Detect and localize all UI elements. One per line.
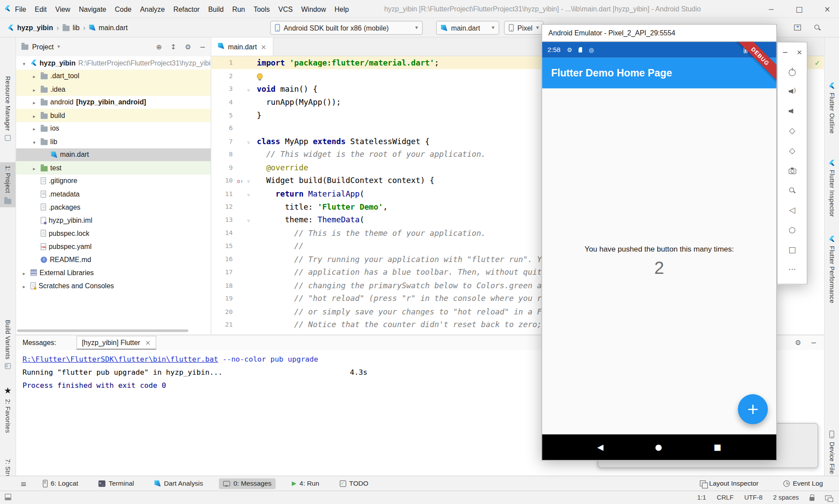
stripe-item-build-variants[interactable]: Build Variants <box>0 317 16 373</box>
project-panel-title[interactable]: Project <box>32 43 54 51</box>
collapsed-arrow-icon[interactable]: ▸ <box>31 85 38 93</box>
toolwindow-button-event-log[interactable]: Event Log <box>779 478 827 489</box>
console-link[interactable]: R:\Flutter\FlutterSDK\flutter\bin\flutte… <box>22 355 218 363</box>
toolwindow-button-layout-inspector[interactable]: Layout Inspector <box>696 478 763 489</box>
tree-item-build[interactable]: ▸build <box>16 109 211 122</box>
emulator-button-back[interactable]: ◁ <box>777 200 807 220</box>
menu-item-file[interactable]: File <box>10 5 30 13</box>
emulator-screen[interactable]: 2:58 ⚙◎ Flutter Demo Home Page You have … <box>541 42 777 461</box>
emulator-button-rotate-right[interactable]: ◇ <box>777 141 807 161</box>
screens-icon[interactable] <box>825 495 832 500</box>
fold-icon[interactable]: ▿ <box>247 219 250 224</box>
tree-item-dart-tool[interactable]: ▸.dart_tool <box>16 69 211 83</box>
emulator-button-volume-down[interactable] <box>777 101 807 121</box>
nav-overview-icon[interactable]: ■ <box>714 443 721 451</box>
fab-button[interactable]: + <box>738 394 768 425</box>
status-2-spaces[interactable]: 2 spaces <box>773 494 799 501</box>
menu-item-refactor[interactable]: Refactor <box>169 5 204 13</box>
emulator-button-volume-up[interactable] <box>777 81 807 101</box>
attach-icon[interactable] <box>794 24 801 30</box>
toolwindow-button-dart-analysis[interactable]: Dart Analysis <box>150 478 207 489</box>
tree-item-idea[interactable]: ▸.idea <box>16 83 211 96</box>
tree-item-pubspec-yaml[interactable]: pubspec.yaml <box>16 240 211 253</box>
tree-item-pubspec-lock[interactable]: pubspec.lock <box>16 227 211 240</box>
stripe-item-2-favorites[interactable]: ★2: Favorites <box>0 383 16 436</box>
menu-item-view[interactable]: View <box>51 5 75 13</box>
status-crlf[interactable]: CRLF <box>717 494 733 501</box>
minimize-icon[interactable]: − <box>811 339 816 346</box>
close-icon[interactable]: × <box>797 48 802 55</box>
status-utf-8[interactable]: UTF-8 <box>744 494 763 501</box>
gear-icon[interactable]: ⚙ <box>795 339 801 346</box>
tree-item-lib[interactable]: ▾lib <box>16 135 211 148</box>
close-icon[interactable]: × <box>261 43 267 50</box>
fold-icon[interactable]: ▿ <box>247 180 250 184</box>
emulator-button-more[interactable]: ··· <box>777 260 807 280</box>
collapsed-arrow-icon[interactable]: ▸ <box>31 164 38 172</box>
tree-item-test[interactable]: ▸test <box>16 161 211 174</box>
horizontal-scrollbar[interactable] <box>17 329 188 332</box>
tree-item-scratches-and-consoles[interactable]: ▸Scratches and Consoles <box>16 280 211 293</box>
emulator-title-bar[interactable]: Android Emulator - Pixel_2_API_29:5554 <box>541 24 777 41</box>
device-selector[interactable]: Android SDK built for x86 (mobile)▾ <box>270 21 423 35</box>
minimize-icon[interactable]: − <box>768 5 774 13</box>
inspection-status[interactable]: ✓ <box>815 59 820 67</box>
collapsed-arrow-icon[interactable]: ▸ <box>31 98 38 106</box>
nav-home-icon[interactable]: ● <box>655 443 662 451</box>
collapsed-arrow-icon[interactable]: ▸ <box>21 282 28 290</box>
tree-item-main-dart[interactable]: main.dart <box>16 148 211 161</box>
menu-item-run[interactable]: Run <box>228 5 250 13</box>
menu-item-edit[interactable]: Edit <box>31 5 51 13</box>
expanded-arrow-icon[interactable]: ▾ <box>21 59 28 67</box>
stripe-item-flutter-performance[interactable]: Flutter Performance <box>825 232 839 307</box>
close-icon[interactable]: × <box>824 5 830 13</box>
gear-icon[interactable]: ⚙ <box>185 43 191 50</box>
collapsed-arrow-icon[interactable]: ▸ <box>21 269 28 276</box>
emulator-button-overview[interactable]: □ <box>777 240 807 259</box>
expanded-arrow-icon[interactable]: ▾ <box>31 138 38 145</box>
menu-item-analyze[interactable]: Analyze <box>136 5 169 13</box>
toolwindow-button-todo[interactable]: TODO <box>335 478 373 489</box>
status-1-1[interactable]: 1:1 <box>697 494 706 501</box>
toolwindow-button-terminal[interactable]: Terminal <box>94 478 139 489</box>
collapse-icon[interactable]: ↕ <box>170 43 176 50</box>
tree-item-readme-md[interactable]: README.md <box>16 253 211 266</box>
close-icon[interactable]: × <box>145 339 151 346</box>
fold-icon[interactable]: ▿ <box>247 193 250 197</box>
breadcrumb-item-hyzp-yibin[interactable]: hyzp_yibin <box>17 24 53 31</box>
hamburger-icon[interactable]: ≡ <box>21 480 27 487</box>
stripe-item-resource-manager[interactable]: Resource Manager <box>0 73 16 144</box>
run-config-selector[interactable]: main.dart▾ <box>436 21 499 35</box>
minimize-icon[interactable]: − <box>782 48 788 55</box>
collapsed-arrow-icon[interactable]: ▸ <box>31 72 38 80</box>
menu-item-vcs[interactable]: VCS <box>274 5 297 13</box>
menu-item-window[interactable]: Window <box>297 5 330 13</box>
stripe-item-flutter-inspector[interactable]: Flutter Inspector <box>825 156 839 220</box>
menu-item-build[interactable]: Build <box>204 5 228 13</box>
breadcrumb-item-lib[interactable]: lib <box>73 24 80 31</box>
emulator-button-rotate-left[interactable]: ◇ <box>777 121 807 141</box>
tree-item-metadata[interactable]: .metadata <box>16 187 211 200</box>
tree-item-gitignore[interactable]: .gitignore <box>16 174 211 187</box>
breadcrumb-item-main-dart[interactable]: main.dart <box>99 24 128 31</box>
fold-icon[interactable]: ▿ <box>247 88 250 93</box>
nav-back-icon[interactable]: ◀ <box>597 443 603 451</box>
emulator-button-camera[interactable] <box>777 161 807 180</box>
emulator-button-power[interactable] <box>777 62 807 81</box>
lock-icon[interactable] <box>810 497 815 501</box>
menu-item-code[interactable]: Code <box>111 5 136 13</box>
maximize-icon[interactable]: □ <box>796 5 803 13</box>
fold-icon[interactable]: ▿ <box>247 140 250 145</box>
toolwindow-button-4-run[interactable]: ▶4: Run <box>288 478 323 489</box>
target-icon[interactable]: ⊕ <box>156 43 162 50</box>
stripe-item-flutter-outline[interactable]: Flutter Outline <box>825 79 839 137</box>
tree-item-hyzp-yibin-iml[interactable]: hyzp_yibin.iml <box>16 214 211 227</box>
collapsed-arrow-icon[interactable]: ▸ <box>31 124 38 132</box>
bulb-icon[interactable] <box>257 73 263 79</box>
tree-item-ios[interactable]: ▸ios <box>16 122 211 135</box>
collapsed-arrow-icon[interactable]: ▸ <box>31 111 38 119</box>
messages-tab-flutter[interactable]: [hyzp_yibin] Flutter × <box>76 335 156 349</box>
target-device-selector[interactable]: Pixel▾ <box>504 21 544 35</box>
tree-item-external-libraries[interactable]: ▸External Libraries <box>16 266 211 279</box>
menu-item-tools[interactable]: Tools <box>249 5 274 13</box>
